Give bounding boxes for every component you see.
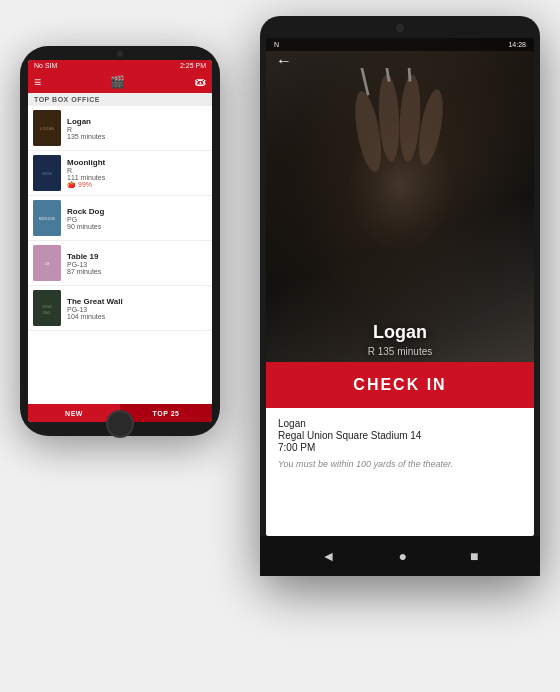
svg-text:WALL: WALL: [43, 311, 51, 315]
iphone-carrier: No SIM: [34, 62, 57, 69]
iphone-camera: [117, 51, 123, 57]
android-back-button[interactable]: ◄: [322, 548, 336, 564]
list-item[interactable]: ROCK DOG Rock Dog PG 90 minutes: [28, 196, 212, 241]
iphone-device: No SIM 2:25 PM ≡ 🎬 🎟 TOP BOX OFFICE LOGA…: [20, 46, 220, 436]
android-movie-name: Logan: [266, 322, 534, 343]
movie-title: Moonlight: [67, 158, 207, 167]
android-nav-bar: ◄ ● ■: [260, 536, 540, 576]
android-status-bar: N 14:28: [266, 38, 534, 51]
movie-duration: 111 minutes: [67, 174, 207, 181]
list-item[interactable]: MOON Moonlight R 111 minutes 🍅 99%: [28, 151, 212, 196]
checkin-movie-name: Logan: [278, 418, 522, 429]
score-value: 99%: [78, 181, 92, 188]
svg-text:19: 19: [45, 261, 50, 266]
movie-title: The Great Wall: [67, 297, 207, 306]
android-home-button[interactable]: ●: [398, 548, 406, 564]
movie-duration: 87 minutes: [67, 268, 207, 275]
back-arrow-icon[interactable]: ←: [276, 52, 292, 70]
movie-poster-rockdog: ROCK DOG: [33, 200, 61, 236]
movie-poster-moonlight: MOON: [33, 155, 61, 191]
svg-text:ROCK DOG: ROCK DOG: [39, 217, 56, 221]
android-device: N 14:28 ← Logan R 135 minutes CHECK IN L…: [260, 16, 540, 576]
android-time: 14:28: [508, 41, 526, 48]
movie-duration: 135 minutes: [67, 133, 207, 140]
film-icon: 🎬: [110, 75, 125, 89]
iphone-time: 2:25 PM: [180, 62, 206, 69]
list-item[interactable]: 19 Table 19 PG-13 87 minutes: [28, 241, 212, 286]
list-item[interactable]: GREAT WALL The Great Wall PG-13 104 minu…: [28, 286, 212, 331]
checkin-theater: Regal Union Square Stadium 14: [278, 430, 522, 441]
movie-list: LOGAN Logan R 135 minutes MOON: [28, 106, 212, 331]
movie-info-moonlight: Moonlight R 111 minutes 🍅 99%: [67, 158, 207, 189]
iphone-app-header: ≡ 🎬 🎟: [28, 71, 212, 93]
list-item[interactable]: LOGAN Logan R 135 minutes: [28, 106, 212, 151]
movie-duration: 90 minutes: [67, 223, 207, 230]
android-recent-button[interactable]: ■: [470, 548, 478, 564]
section-label: TOP BOX OFFICE: [28, 93, 212, 106]
movie-rating: R: [67, 167, 207, 174]
movie-info-rockdog: Rock Dog PG 90 minutes: [67, 207, 207, 230]
android-hero-background: [266, 38, 534, 362]
checkin-showtime: 7:00 PM: [278, 442, 522, 453]
movie-rating: PG: [67, 216, 207, 223]
movie-title: Logan: [67, 117, 207, 126]
movie-info-table19: Table 19 PG-13 87 minutes: [67, 252, 207, 275]
movie-rating: PG-13: [67, 306, 207, 313]
movie-title: Table 19: [67, 252, 207, 261]
movie-poster-table19: 19: [33, 245, 61, 281]
hamburger-icon[interactable]: ≡: [34, 75, 41, 89]
movie-poster-logan: LOGAN: [33, 110, 61, 146]
logan-poster-visual: [310, 68, 490, 268]
svg-line-16: [362, 68, 368, 95]
iphone-status-bar: No SIM 2:25 PM: [28, 60, 212, 71]
android-notification-indicator: N: [274, 41, 279, 48]
android-camera: [396, 24, 404, 32]
movie-info-logan: Logan R 135 minutes: [67, 117, 207, 140]
tab-top25[interactable]: TOP 25: [120, 404, 212, 422]
checkin-note: You must be within 100 yards of the thea…: [278, 459, 522, 469]
iphone-screen: No SIM 2:25 PM ≡ 🎬 🎟 TOP BOX OFFICE LOGA…: [28, 60, 212, 422]
tomato-icon: 🍅: [67, 181, 76, 189]
android-movie-title-area: Logan R 135 minutes: [266, 322, 534, 357]
movie-duration: 104 minutes: [67, 313, 207, 320]
movie-info-greatwall: The Great Wall PG-13 104 minutes: [67, 297, 207, 320]
android-movie-meta: R 135 minutes: [266, 346, 534, 357]
svg-text:LOGAN: LOGAN: [40, 126, 55, 131]
android-screen: N 14:28 ← Logan R 135 minutes CHECK IN L…: [266, 38, 534, 536]
ticket-icon: 🎟: [194, 75, 206, 89]
movie-rating: PG-13: [67, 261, 207, 268]
android-app: N 14:28 ← Logan R 135 minutes CHECK IN L…: [266, 38, 534, 536]
iphone-home-button[interactable]: [106, 410, 134, 438]
svg-text:GREAT: GREAT: [42, 305, 52, 309]
movie-poster-greatwall: GREAT WALL: [33, 290, 61, 326]
checkin-details: Logan Regal Union Square Stadium 14 7:00…: [266, 408, 534, 536]
movie-rating: R: [67, 126, 207, 133]
svg-text:MOON: MOON: [42, 172, 51, 176]
android-app-header: ←: [266, 52, 534, 70]
movie-score: 🍅 99%: [67, 181, 207, 189]
android-checkin-area: CHECK IN Logan Regal Union Square Stadiu…: [266, 362, 534, 536]
checkin-button[interactable]: CHECK IN: [266, 362, 534, 408]
movie-title: Rock Dog: [67, 207, 207, 216]
